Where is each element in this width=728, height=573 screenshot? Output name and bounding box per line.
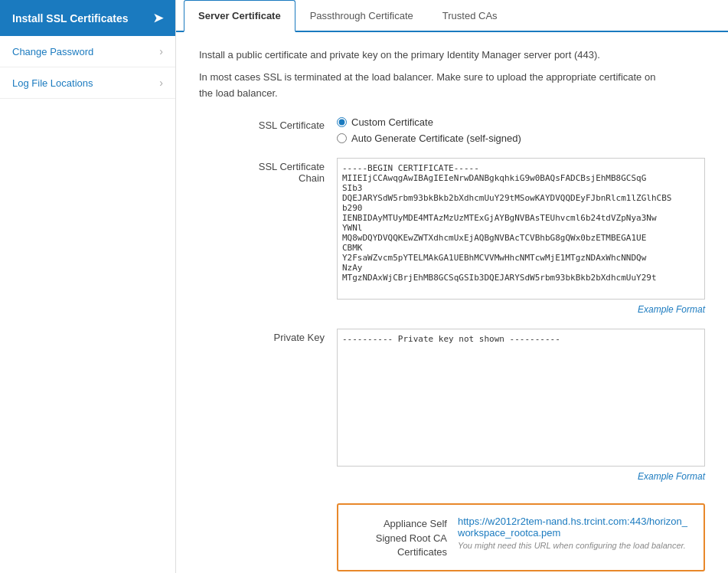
radio-input-custom[interactable] (337, 117, 347, 127)
appliance-value-block: https://w2012r2tem-nand.hs.trcint.com:44… (458, 516, 691, 550)
sidebar: Install SSL Certificates ➤ Change Passwo… (0, 0, 176, 573)
sidebar-item-log-file[interactable]: Log File Locations › (0, 67, 175, 99)
ssl-cert-chain-example-format[interactable]: Example Format (337, 304, 705, 315)
private-key-control: Example Format (337, 329, 705, 482)
private-key-label: Private Key (199, 329, 337, 343)
description-line1: Install a public certificate and private… (199, 47, 658, 64)
sidebar-item-install-ssl[interactable]: Install SSL Certificates ➤ (0, 0, 175, 36)
appliance-self-signed-label: Appliance SelfSigned Root CACertificates (351, 516, 458, 559)
sidebar-item-install-ssl-label: Install SSL Certificates (12, 12, 128, 25)
tab-server-certificate[interactable]: Server Certificate (184, 0, 295, 32)
chevron-right-icon: ➤ (153, 11, 163, 25)
sidebar-item-change-password[interactable]: Change Password › (0, 36, 175, 67)
ssl-certificate-label: SSL Certificate (199, 116, 337, 131)
tab-trusted-cas[interactable]: Trusted CAs (428, 0, 512, 32)
appliance-box-row: Appliance SelfSigned Root CACertificates… (351, 516, 691, 559)
appliance-label-spacer (199, 496, 337, 499)
description-block: Install a public certificate and private… (199, 47, 658, 101)
private-key-example-format[interactable]: Example Format (337, 471, 705, 482)
main-content: Server Certificate Passthrough Certifica… (176, 0, 728, 573)
chevron-right-icon-3: › (159, 77, 163, 89)
appliance-box: Appliance SelfSigned Root CACertificates… (337, 503, 705, 571)
ssl-cert-chain-label: SSL Certificate Chain (199, 158, 337, 184)
private-key-textarea[interactable] (337, 329, 705, 467)
appliance-link[interactable]: https://w2012r2tem-nand.hs.trcint.com:44… (458, 516, 691, 539)
radio-input-auto[interactable] (337, 133, 347, 143)
chevron-right-icon-2: › (159, 45, 163, 57)
description-line2: In most cases SSL is terminated at the l… (199, 70, 658, 102)
content-area: Install a public certificate and private… (176, 32, 728, 573)
ssl-cert-chain-control: Example Format (337, 158, 705, 315)
ssl-cert-chain-row: SSL Certificate Chain Example Format (199, 158, 705, 315)
sidebar-item-change-password-label: Change Password (12, 46, 93, 57)
tab-bar: Server Certificate Passthrough Certifica… (176, 0, 728, 32)
appliance-hint: You might need this URL when configuring… (458, 541, 691, 550)
private-key-row: Private Key Example Format (199, 329, 705, 482)
ssl-certificate-options: Custom Certificate Auto Generate Certifi… (337, 116, 705, 144)
sidebar-item-log-file-label: Log File Locations (12, 77, 93, 89)
tab-passthrough-certificate[interactable]: Passthrough Certificate (295, 0, 428, 32)
radio-label-custom: Custom Certificate (351, 116, 433, 128)
ssl-cert-chain-textarea[interactable] (337, 158, 705, 300)
radio-custom-certificate[interactable]: Custom Certificate (337, 116, 705, 128)
radio-group-ssl: Custom Certificate Auto Generate Certifi… (337, 116, 705, 144)
radio-label-auto: Auto Generate Certificate (self-signed) (351, 133, 521, 144)
ssl-certificate-row: SSL Certificate Custom Certificate Auto … (199, 116, 705, 144)
appliance-row: Appliance SelfSigned Root CACertificates… (199, 496, 705, 571)
appliance-box-wrapper: Appliance SelfSigned Root CACertificates… (337, 496, 705, 571)
radio-auto-certificate[interactable]: Auto Generate Certificate (self-signed) (337, 133, 705, 144)
